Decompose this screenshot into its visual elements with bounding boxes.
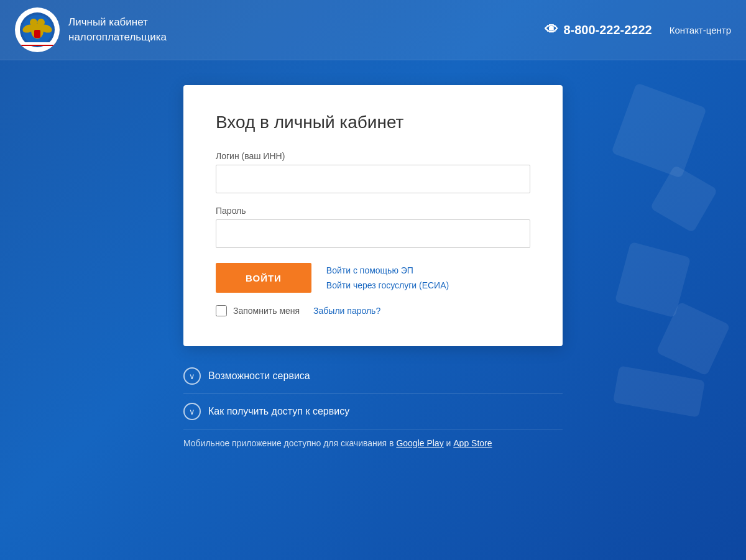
ep-login-link[interactable]: Войти с помощью ЭП xyxy=(326,265,449,275)
esia-login-link[interactable]: Войти через госуслуги (ЕСИА) xyxy=(326,280,449,290)
svg-rect-7 xyxy=(34,30,40,38)
password-label: Пароль xyxy=(216,206,530,216)
mobile-text: Мобильное приложение доступно для скачив… xyxy=(183,438,396,448)
and-text: и xyxy=(444,438,454,448)
phone-number: 8-800-222-2222 xyxy=(563,23,652,37)
login-field-group: Логин (ваш ИНН) xyxy=(216,151,530,193)
remember-row: Запомнить меня Забыли пароль? xyxy=(216,305,530,316)
password-input[interactable] xyxy=(216,219,530,248)
svg-rect-10 xyxy=(19,42,56,44)
login-label: Логин (ваш ИНН) xyxy=(216,151,530,161)
header-left: Личный кабинет налогоплательщика xyxy=(15,7,167,52)
svg-point-5 xyxy=(30,19,37,26)
login-links: Войти с помощью ЭП Войти через госуслуги… xyxy=(326,263,449,290)
header: Личный кабинет налогоплательщика 👁 8-800… xyxy=(0,0,746,60)
info-section: Возможности сервиса Как получить доступ … xyxy=(183,359,563,451)
login-input[interactable] xyxy=(216,165,530,193)
logo xyxy=(15,7,60,52)
header-right: 👁 8-800-222-2222 Контакт-центр xyxy=(545,22,731,38)
info-access-label: Как получить доступ к сервису xyxy=(208,406,349,417)
login-card: Вход в личный кабинет Логин (ваш ИНН) Па… xyxy=(183,85,563,346)
login-title: Вход в личный кабинет xyxy=(216,112,530,132)
submit-button[interactable]: ВОЙТИ xyxy=(216,263,311,293)
svg-point-6 xyxy=(37,19,45,26)
password-field-group: Пароль xyxy=(216,206,530,248)
remember-label: Запомнить меня xyxy=(233,306,300,316)
phone-icon: 👁 xyxy=(545,22,558,38)
remember-checkbox[interactable] xyxy=(216,305,227,316)
contact-center-link[interactable]: Контакт-центр xyxy=(670,25,731,35)
info-item-access[interactable]: Как получить доступ к сервису xyxy=(183,394,563,429)
phone-block: 👁 8-800-222-2222 xyxy=(545,22,652,38)
mobile-info: Мобильное приложение доступно для скачив… xyxy=(183,436,563,451)
info-capabilities-label: Возможности сервиса xyxy=(208,370,310,382)
app-store-link[interactable]: App Store xyxy=(453,438,492,448)
header-title: Личный кабинет налогоплательщика xyxy=(68,15,167,45)
info-item-capabilities[interactable]: Возможности сервиса xyxy=(183,359,563,394)
google-play-link[interactable]: Google Play xyxy=(396,438,443,448)
main-content: Вход в личный кабинет Логин (ваш ИНН) Па… xyxy=(0,60,746,451)
login-actions: ВОЙТИ Войти с помощью ЭП Войти через гос… xyxy=(216,263,530,293)
forgot-password-link[interactable]: Забыли пароль? xyxy=(313,306,380,316)
chevron-access-icon xyxy=(183,403,201,420)
chevron-capabilities-icon xyxy=(183,367,201,385)
svg-rect-9 xyxy=(19,44,56,45)
